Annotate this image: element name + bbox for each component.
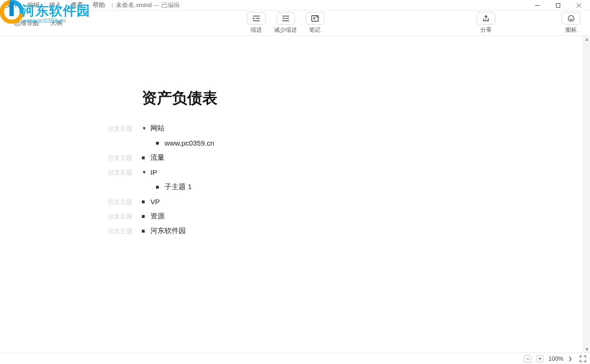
outline-content: 资产负债表 分支主题▼网站www.pc0359.cn分支主题流量分支主题▼IP子… [0,36,583,353]
menu-insert[interactable]: 插入 [44,0,66,10]
vertical-scrollbar[interactable]: ▲ ▼ [583,36,590,353]
menu-edit[interactable]: 编辑 [23,0,44,10]
svg-point-13 [572,17,573,18]
branch-side-label: 分支主题 [99,154,132,162]
scroll-down-icon[interactable]: ▼ [584,346,590,353]
window-filename: 未命名.xmind [115,1,152,9]
window-close-button[interactable] [568,0,589,10]
indent-button[interactable]: 缩进 [247,12,266,34]
share-label: 分享 [480,26,492,34]
toolbar-right: 图标 [562,12,581,34]
share-icon [482,15,490,22]
bullet-icon [142,200,145,203]
toolbar-share-group: 分享 [477,12,495,34]
window-edited-state: — 已编辑 [154,1,180,9]
outline-subrow[interactable]: www.pc0359.cn [156,136,555,150]
outline-row[interactable]: 分支主题▼网站 [142,121,555,136]
outline-subrow[interactable]: 子主题 1 [156,180,555,194]
tab-outline[interactable]: 大纲 [50,19,62,27]
bullet-icon [142,215,145,218]
branch-side-label: 分支主题 [99,198,132,206]
menu-divider: | [110,2,115,9]
outline-row[interactable]: 分支主题流量 [142,150,555,165]
outline-title[interactable]: 资产负债表 [142,88,217,109]
zoom-level[interactable]: 100% [548,355,564,362]
menu-view[interactable]: 查看 [66,0,88,10]
tab-mindmap[interactable]: 思维导图 [14,19,39,27]
outline-item-text[interactable]: 流量 [150,153,165,162]
titlebar: 文件 编辑 插入 查看 帮助 | 未命名.xmind — 已编辑 [0,0,590,10]
iconset-label: 图标 [565,26,577,34]
branch-side-label: 分支主题 [99,168,132,177]
menu-help[interactable]: 帮助 [88,0,110,10]
share-button[interactable]: 分享 [477,12,495,34]
indent-label: 缩进 [251,26,262,34]
zoom-dropdown-icon[interactable]: ❯ [568,356,572,361]
svg-rect-10 [312,16,318,21]
expand-toggle-icon[interactable]: ▼ [142,170,147,175]
zoom-in-button[interactable]: + [536,355,544,363]
branch-side-label: 分支主题 [99,227,132,235]
outdent-button[interactable]: 减少缩进 [274,12,297,34]
fullscreen-icon[interactable] [580,355,586,362]
smiley-icon [567,15,575,22]
outline-row[interactable]: 分支主题VP [142,194,555,209]
toolbar: 思维导图 大纲 缩进 减少缩进 笔记 分享 图标 [0,10,590,36]
outline-item-text[interactable]: 河东软件园 [150,226,186,235]
outline-item-text[interactable]: VP [150,198,160,206]
outline-item-text[interactable]: IP [150,168,157,176]
menubar: 文件 编辑 插入 查看 帮助 [1,0,110,10]
indent-icon [252,15,260,22]
branch-side-label: 分支主题 [99,212,132,221]
outline-item-text[interactable]: 子主题 1 [165,182,192,191]
bullet-icon [156,142,159,145]
outline-row[interactable]: 分支主题河东软件园 [142,224,555,238]
bullet-icon [142,230,145,233]
note-icon [311,15,319,22]
expand-toggle-icon[interactable]: ▼ [142,126,147,131]
statusbar: − + 100% ❯ [0,353,590,364]
outline-list: 分支主题▼网站www.pc0359.cn分支主题流量分支主题▼IP子主题 1分支… [142,121,555,238]
bullet-icon [156,186,159,189]
outline-item-text[interactable]: 网站 [150,124,165,133]
outdent-label: 减少缩进 [274,26,297,34]
branch-side-label: 分支主题 [99,124,132,133]
zoom-out-button[interactable]: − [524,355,531,363]
scroll-up-icon[interactable]: ▲ [584,36,590,43]
bullet-icon [142,156,145,159]
outline-row[interactable]: 分支主题资源 [142,209,555,224]
outline-row[interactable]: 分支主题▼IP [142,165,555,180]
window-controls [527,0,589,10]
note-button[interactable]: 笔记 [305,12,324,34]
svg-point-11 [568,16,574,21]
iconset-button[interactable]: 图标 [562,12,581,34]
outline-item-text[interactable]: www.pc0359.cn [165,139,214,147]
outline-item-text[interactable]: 资源 [150,212,165,221]
menu-file[interactable]: 文件 [1,0,23,10]
window-maximize-button[interactable] [547,0,568,10]
view-tabs: 思维导图 大纲 [14,19,62,27]
svg-point-12 [570,17,571,18]
window-minimize-button[interactable] [527,0,547,10]
svg-rect-1 [556,3,560,7]
outdent-icon [281,15,290,22]
toolbar-center: 缩进 减少缩进 笔记 [247,12,324,34]
note-label: 笔记 [309,26,321,34]
